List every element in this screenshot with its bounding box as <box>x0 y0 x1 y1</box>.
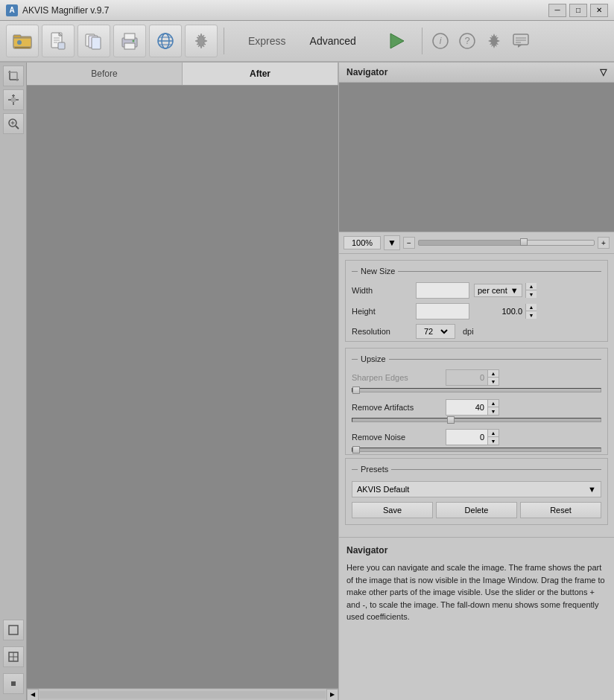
new-file-button[interactable] <box>42 25 75 57</box>
remove-artifacts-value[interactable] <box>446 400 487 415</box>
resolution-select[interactable]: 72 96 150 300 <box>416 324 455 339</box>
remove-artifacts-increment[interactable]: ▲ <box>488 400 499 407</box>
width-decrement[interactable]: ▼ <box>526 290 537 298</box>
svg-marker-24 <box>390 34 404 48</box>
resolution-value[interactable]: 72 96 150 300 <box>421 326 450 337</box>
remove-artifacts-slider-thumb[interactable] <box>447 416 455 424</box>
navigator-preview[interactable] <box>339 83 614 232</box>
remove-noise-slider-thumb[interactable] <box>352 446 360 454</box>
zoom-tool-button[interactable] <box>3 113 24 134</box>
scroll-right-arrow[interactable]: ▶ <box>326 689 338 701</box>
navigator-header: Navigator ▽ <box>339 63 614 83</box>
unit-selector[interactable]: per cent ▼ <box>474 284 522 297</box>
scroll-left-arrow[interactable]: ◀ <box>27 689 39 701</box>
preset-dropdown-icon: ▼ <box>588 485 596 494</box>
main-content: Before After ◀ ▶ Navigator ▽ 100% ▼ − <box>0 63 614 700</box>
crop-tool-button[interactable] <box>3 66 24 86</box>
open-folder-button[interactable] <box>6 25 39 57</box>
close-button[interactable]: ✕ <box>590 4 608 17</box>
preset-reset-button[interactable]: Reset <box>520 502 601 518</box>
toolbar: Express Advanced i ? <box>0 21 614 63</box>
width-row: Width ▲ ▼ per cent ▼ <box>346 280 607 301</box>
zoom-value-display: 100% <box>344 236 381 249</box>
maximize-button[interactable]: □ <box>569 4 587 17</box>
height-input[interactable]: ▲ ▼ <box>416 303 469 319</box>
chat-button[interactable] <box>509 29 533 53</box>
remove-noise-label: Remove Noise <box>352 433 441 442</box>
help-button[interactable]: ? <box>455 29 479 53</box>
presets-content: AKVIS Default ▼ Save Delete Reset <box>346 478 607 524</box>
remove-artifacts-spinners: ▲ ▼ <box>487 400 499 415</box>
zoom-slider-track[interactable] <box>418 240 595 246</box>
height-spinners: ▲ ▼ <box>525 304 537 319</box>
sharpen-edges-input[interactable]: ▲ ▼ <box>446 369 499 386</box>
tab-after[interactable]: After <box>183 63 338 85</box>
navigator-collapse-icon[interactable]: ▽ <box>600 67 607 77</box>
tab-advanced[interactable]: Advanced <box>298 31 368 51</box>
remove-noise-value[interactable] <box>446 430 487 445</box>
remove-noise-slider-track[interactable] <box>352 448 601 452</box>
zoom-plus-button[interactable]: + <box>598 237 610 249</box>
zoom-slider-thumb[interactable] <box>520 238 528 246</box>
settings-button[interactable] <box>185 25 218 57</box>
sharpen-slider-track[interactable] <box>352 388 601 392</box>
upsize-title: Upsize <box>352 353 601 365</box>
app-icon: A <box>6 4 18 16</box>
remove-artifacts-row: Remove Artifacts ▲ ▼ <box>346 398 607 417</box>
remove-noise-input[interactable]: ▲ ▼ <box>446 429 499 445</box>
remove-noise-row: Remove Noise ▲ ▼ <box>346 427 607 447</box>
remove-artifacts-slider-track[interactable] <box>352 418 601 422</box>
info-button[interactable]: i <box>428 29 452 53</box>
sharpen-edges-decrement[interactable]: ▼ <box>488 378 499 385</box>
settings-panel: New Size Width ▲ ▼ per cent ▼ <box>339 254 614 537</box>
sharpen-slider-container <box>346 387 607 395</box>
batch-process-button[interactable] <box>77 25 110 57</box>
zoom-dropdown-button[interactable]: ▼ <box>384 235 400 250</box>
right-panel: Navigator ▽ 100% ▼ − + Ne <box>338 63 614 700</box>
image-area: Before After ◀ ▶ <box>27 63 338 700</box>
preset-save-button[interactable]: Save <box>352 502 433 518</box>
height-value[interactable] <box>417 304 525 319</box>
remove-noise-decrement[interactable]: ▼ <box>488 437 499 445</box>
sharpen-edges-label: Sharpen Edges <box>352 373 441 382</box>
upsize-section: Upsize Sharpen Edges ▲ ▼ <box>345 348 608 455</box>
scroll-horizontal-track[interactable] <box>39 691 326 699</box>
svg-text:i: i <box>440 36 442 46</box>
window-controls: ─ □ ✕ <box>548 4 608 17</box>
width-increment[interactable]: ▲ <box>526 283 537 290</box>
minimize-button[interactable]: ─ <box>548 4 566 17</box>
width-spinners: ▲ ▼ <box>525 283 537 298</box>
zoom-minus-button[interactable]: − <box>403 237 415 249</box>
print-button[interactable] <box>113 25 146 57</box>
anchor-point-button[interactable] <box>3 673 24 694</box>
width-input[interactable]: ▲ ▼ <box>416 282 469 299</box>
rectangle-tool-button[interactable] <box>3 620 24 640</box>
sharpen-edges-value <box>446 370 487 385</box>
svg-point-17 <box>133 40 135 42</box>
svg-rect-16 <box>124 43 135 49</box>
svg-rect-44 <box>9 626 18 634</box>
preset-dropdown[interactable]: AKVIS Default ▼ <box>352 481 601 497</box>
pan-tool-button[interactable] <box>3 89 24 110</box>
sharpen-slider-thumb[interactable] <box>352 386 360 394</box>
remove-artifacts-input[interactable]: ▲ ▼ <box>446 399 499 416</box>
horizontal-scrollbar: ◀ ▶ <box>27 688 338 700</box>
grid-overlay-button[interactable] <box>3 646 24 667</box>
preset-buttons: Save Delete Reset <box>352 502 601 518</box>
navigator-zoom-bar: 100% ▼ − + <box>339 232 614 253</box>
remove-noise-increment[interactable]: ▲ <box>488 430 499 437</box>
height-increment[interactable]: ▲ <box>526 304 537 311</box>
navigator-title: Navigator <box>346 67 387 77</box>
image-tabs: Before After <box>27 63 338 86</box>
run-button[interactable] <box>380 25 413 57</box>
preferences-button[interactable] <box>482 29 506 53</box>
svg-text:?: ? <box>464 35 469 46</box>
svg-rect-3 <box>13 38 31 47</box>
tab-before[interactable]: Before <box>27 63 183 85</box>
tab-express[interactable]: Express <box>236 31 298 51</box>
remove-artifacts-decrement[interactable]: ▼ <box>488 407 499 415</box>
height-decrement[interactable]: ▼ <box>526 311 537 319</box>
web-button[interactable] <box>149 25 182 57</box>
preset-delete-button[interactable]: Delete <box>436 502 517 518</box>
sharpen-edges-increment[interactable]: ▲ <box>488 370 499 378</box>
